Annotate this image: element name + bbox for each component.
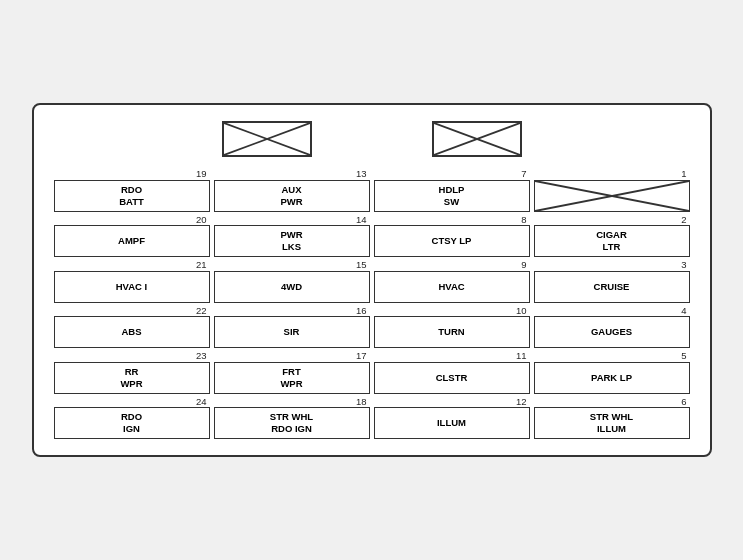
fuse-21-num: 21 <box>54 260 210 270</box>
fuse-15-box: 4WD <box>214 271 370 303</box>
fuse-6: 6 STR WHLILLUM <box>534 397 690 440</box>
fuse-11-num: 11 <box>374 351 530 361</box>
fuse-3-box: CRUISE <box>534 271 690 303</box>
fuse-13-num: 13 <box>214 169 370 179</box>
fuse-8-box: CTSY LP <box>374 225 530 257</box>
fuse-14-num: 14 <box>214 215 370 225</box>
fuse-4: 4 GAUGES <box>534 306 690 349</box>
fuse-grid: 19 RDOBATT 20 AMPF 21 HVAC I 22 ABS 23 R… <box>54 169 690 439</box>
fuse-24: 24 RDOIGN <box>54 397 210 440</box>
fuse-24-box: RDOIGN <box>54 407 210 439</box>
fuse-5-num: 5 <box>534 351 690 361</box>
fuse-15-num: 15 <box>214 260 370 270</box>
fuse-20-box: AMPF <box>54 225 210 257</box>
fuse-11-box: CLSTR <box>374 362 530 394</box>
fuse-21: 21 HVAC I <box>54 260 210 303</box>
fuse-16-box: SIR <box>214 316 370 348</box>
fuse-6-box: STR WHLILLUM <box>534 407 690 439</box>
fuse-19: 19 RDOBATT <box>54 169 210 212</box>
fuse-24-num: 24 <box>54 397 210 407</box>
fuse-3: 3 CRUISE <box>534 260 690 303</box>
fuse-23-box: RRWPR <box>54 362 210 394</box>
fuse-18-num: 18 <box>214 397 370 407</box>
fuse-18-box: STR WHLRDO IGN <box>214 407 370 439</box>
fuse-14-box: PWRLKS <box>214 225 370 257</box>
fuse-19-box: RDOBATT <box>54 180 210 212</box>
fuse-panel: 19 RDOBATT 20 AMPF 21 HVAC I 22 ABS 23 R… <box>32 103 712 457</box>
fuse-5: 5 PARK LP <box>534 351 690 394</box>
fuse-10: 10 TURN <box>374 306 530 349</box>
fuse-22: 22 ABS <box>54 306 210 349</box>
column-19-24: 19 RDOBATT 20 AMPF 21 HVAC I 22 ABS 23 R… <box>54 169 210 439</box>
fuse-19-num: 19 <box>54 169 210 179</box>
fuse-7-box: HDLPSW <box>374 180 530 212</box>
column-1-6: 1 2 CIGARLTR 3 CRUISE 4 GAUGES <box>534 169 690 439</box>
fuse-14: 14 PWRLKS <box>214 215 370 258</box>
fuse-23-num: 23 <box>54 351 210 361</box>
fuse-20: 20 AMPF <box>54 215 210 258</box>
fuse-3-num: 3 <box>534 260 690 270</box>
fuse-12: 12 ILLUM <box>374 397 530 440</box>
fuse-4-box: GAUGES <box>534 316 690 348</box>
fuse-13-box: AUXPWR <box>214 180 370 212</box>
fuse-18: 18 STR WHLRDO IGN <box>214 397 370 440</box>
column-13-18: 13 AUXPWR 14 PWRLKS 15 4WD 16 SIR 17 FRT… <box>214 169 370 439</box>
fuse-17: 17 FRTWPR <box>214 351 370 394</box>
fuse-7: 7 HDLPSW <box>374 169 530 212</box>
fuse-4-num: 4 <box>534 306 690 316</box>
fuse-22-num: 22 <box>54 306 210 316</box>
fuse-17-num: 17 <box>214 351 370 361</box>
fuse-1-box <box>534 180 690 212</box>
fuse-16-num: 16 <box>214 306 370 316</box>
fuse-1: 1 <box>534 169 690 212</box>
fuse-1-num: 1 <box>534 169 690 179</box>
fuse-12-box: ILLUM <box>374 407 530 439</box>
fuse-17-box: FRTWPR <box>214 362 370 394</box>
fuse-2: 2 CIGARLTR <box>534 215 690 258</box>
fuse-9-box: HVAC <box>374 271 530 303</box>
fuse-2-num: 2 <box>534 215 690 225</box>
fuse-6-num: 6 <box>534 397 690 407</box>
fuse-20-num: 20 <box>54 215 210 225</box>
fuse-8-num: 8 <box>374 215 530 225</box>
fuse-10-num: 10 <box>374 306 530 316</box>
fuse-16: 16 SIR <box>214 306 370 349</box>
fuse-21-box: HVAC I <box>54 271 210 303</box>
fuse-5-box: PARK LP <box>534 362 690 394</box>
top-right-fuse <box>432 121 522 157</box>
fuse-7-num: 7 <box>374 169 530 179</box>
fuse-10-box: TURN <box>374 316 530 348</box>
top-fuses-row <box>54 121 690 157</box>
fuse-15: 15 4WD <box>214 260 370 303</box>
fuse-11: 11 CLSTR <box>374 351 530 394</box>
fuse-23: 23 RRWPR <box>54 351 210 394</box>
top-left-fuse <box>222 121 312 157</box>
column-7-12: 7 HDLPSW 8 CTSY LP 9 HVAC 10 TURN 11 CLS… <box>374 169 530 439</box>
fuse-12-num: 12 <box>374 397 530 407</box>
fuse-9-num: 9 <box>374 260 530 270</box>
fuse-22-box: ABS <box>54 316 210 348</box>
fuse-8: 8 CTSY LP <box>374 215 530 258</box>
fuse-13: 13 AUXPWR <box>214 169 370 212</box>
fuse-9: 9 HVAC <box>374 260 530 303</box>
fuse-2-box: CIGARLTR <box>534 225 690 257</box>
